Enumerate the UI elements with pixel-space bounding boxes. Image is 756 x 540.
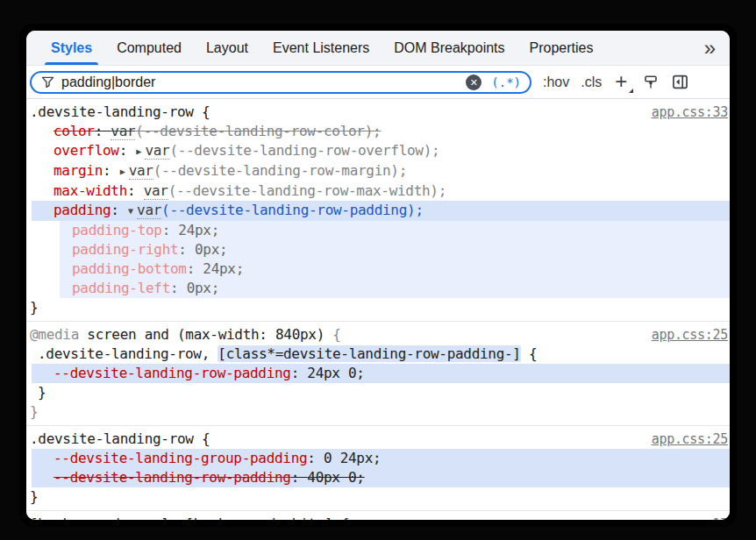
code-text: :: [119, 142, 136, 159]
code-text: :: [291, 469, 308, 486]
code-text: padding: [53, 202, 111, 218]
code-text: var: [144, 182, 168, 200]
code-text: :: [111, 202, 127, 218]
code-text: }: [30, 488, 38, 505]
code-text: {: [202, 103, 210, 120]
source-link[interactable]: app.css:17: [652, 515, 728, 520]
code-text: [background=grey], [background=white]: [30, 515, 341, 520]
code-line[interactable]: }: [26, 402, 730, 422]
rendering-emulations-brush-icon[interactable]: [642, 74, 660, 91]
code-text: 0px;: [195, 241, 227, 258]
code-text: overflow: [53, 142, 119, 159]
tab-computed[interactable]: Computed: [104, 31, 194, 65]
tab-styles[interactable]: Styles: [39, 31, 104, 65]
code-line[interactable]: app.css:17[background=grey], [background…: [26, 515, 730, 520]
devtools-styles-panel: StylesComputedLayoutEvent ListenersDOM B…: [26, 31, 730, 520]
code-text: (--devsite-landing-row-color): [135, 123, 373, 139]
code-text: var: [145, 142, 169, 160]
expand-arrow-icon[interactable]: ▶: [120, 162, 125, 181]
panel-tabbar: StylesComputedLayoutEvent ListenersDOM B…: [26, 31, 730, 66]
code-line[interactable]: overflow: ▶var(--devsite-landing-row-ove…: [26, 141, 730, 161]
styles-pane: app.css:33.devsite-landing-row {color: v…: [26, 99, 730, 520]
code-text: (--devsite-landing-row-max-width): [168, 182, 439, 199]
code-line[interactable]: }: [26, 383, 730, 402]
code-line[interactable]: --devsite-landing-row-padding: 40px 0;: [26, 468, 730, 487]
element-classes-button[interactable]: .cls: [581, 75, 602, 90]
code-text: [class*=devsite-landing-row-padding-]: [218, 345, 520, 362]
toggle-sidebar-button[interactable]: [671, 73, 689, 91]
code-text: }: [30, 299, 38, 316]
filter-pill: ✕ (.*): [30, 71, 531, 94]
code-text: ;: [431, 142, 439, 159]
rule-block: app.css:25@media screen and (max-width: …: [26, 321, 730, 425]
code-text: 24px;: [203, 260, 244, 277]
code-line[interactable]: --devsite-landing-group-padding: 0 24px;: [26, 449, 730, 468]
code-line[interactable]: app.css:33.devsite-landing-row {: [26, 103, 730, 122]
screen-background: StylesComputedLayoutEvent ListenersDOM B…: [0, 0, 756, 540]
code-text: {: [202, 430, 210, 447]
code-line[interactable]: padding-bottom: 24px;: [26, 259, 730, 279]
code-line[interactable]: app.css:25@media screen and (max-width: …: [26, 325, 730, 345]
code-text: :: [178, 241, 195, 258]
toggle-element-state-button[interactable]: :hov: [543, 75, 569, 90]
code-text: }: [38, 384, 46, 401]
code-line[interactable]: padding-top: 24px;: [26, 221, 730, 240]
code-text: padding-right: [72, 241, 178, 258]
tab-layout[interactable]: Layout: [194, 31, 260, 65]
code-text: color: [53, 123, 95, 139]
code-text: :: [162, 222, 179, 238]
code-text: --devsite-landing-row-padding: [53, 365, 291, 381]
more-tabs-chevron-icon[interactable]: »: [699, 31, 721, 65]
code-text: --devsite-landing-row-padding: [53, 469, 291, 486]
code-line[interactable]: padding-right: 0px;: [26, 240, 730, 259]
code-text: padding-top: [72, 222, 162, 238]
code-text: 0px;: [187, 280, 219, 296]
code-line[interactable]: padding: ▼var(--devsite-landing-row-padd…: [26, 201, 730, 221]
code-text: {: [332, 326, 340, 343]
code-text: :: [187, 260, 203, 277]
code-line[interactable]: app.css:25.devsite-landing-row {: [26, 430, 730, 449]
code-line[interactable]: --devsite-landing-row-padding: 24px 0;: [26, 364, 730, 383]
code-text: max-width: [53, 182, 127, 199]
code-line[interactable]: .devsite-landing-row, [class*=devsite-la…: [26, 345, 730, 364]
code-text: margin: [53, 162, 103, 179]
code-line[interactable]: max-width: var(--devsite-landing-row-max…: [26, 181, 730, 201]
source-link[interactable]: app.css:25: [652, 430, 728, 449]
code-text: --devsite-landing-group-padding: [53, 450, 307, 466]
code-text: :: [95, 123, 111, 139]
code-text: padding-left: [72, 280, 170, 296]
code-text: ;: [399, 162, 407, 179]
code-text: 40px 0;: [307, 469, 364, 486]
code-line[interactable]: }: [26, 298, 730, 317]
code-line[interactable]: }: [26, 487, 730, 507]
code-line[interactable]: color: var(--devsite-landing-row-color);: [26, 122, 730, 141]
code-text: ;: [415, 202, 423, 218]
styles-filter-input[interactable]: [61, 75, 459, 90]
tab-properties[interactable]: Properties: [517, 31, 606, 65]
code-line[interactable]: padding-left: 0px;: [26, 279, 730, 298]
tab-dom-breakpoints[interactable]: DOM Breakpoints: [382, 31, 517, 65]
code-text: var: [137, 202, 161, 219]
code-text: .devsite-landing-row: [30, 103, 202, 120]
clear-filter-icon[interactable]: ✕: [466, 75, 481, 90]
code-text: }: [30, 403, 38, 420]
code-text: .devsite-landing-row,: [38, 345, 218, 362]
code-text: {: [341, 515, 349, 520]
code-text: @media: [30, 326, 79, 343]
collapse-arrow-icon[interactable]: ▼: [128, 202, 133, 221]
new-style-rule-button[interactable]: +: [613, 71, 631, 94]
code-text: var: [129, 162, 153, 180]
code-text: :: [127, 182, 144, 199]
source-link[interactable]: app.css:33: [652, 103, 728, 122]
regex-toggle-button[interactable]: (.*): [489, 75, 524, 90]
code-text: screen and (max-width: 840px): [79, 326, 332, 343]
code-line[interactable]: margin: ▶var(--devsite-landing-row-margi…: [26, 161, 730, 181]
code-text[interactable]: (--devsite-landing-row-padding): [161, 202, 415, 218]
code-text: padding-bottom: [72, 260, 187, 277]
rule-block: app.css:17[background=grey], [background…: [26, 510, 730, 520]
tab-event-listeners[interactable]: Event Listeners: [260, 31, 382, 65]
source-link[interactable]: app.css:25: [652, 325, 728, 345]
rule-block: app.css:25.devsite-landing-row {--devsit…: [26, 425, 730, 510]
code-text: (--devsite-landing-row-overflow): [169, 142, 431, 159]
expand-arrow-icon[interactable]: ▶: [136, 142, 141, 161]
